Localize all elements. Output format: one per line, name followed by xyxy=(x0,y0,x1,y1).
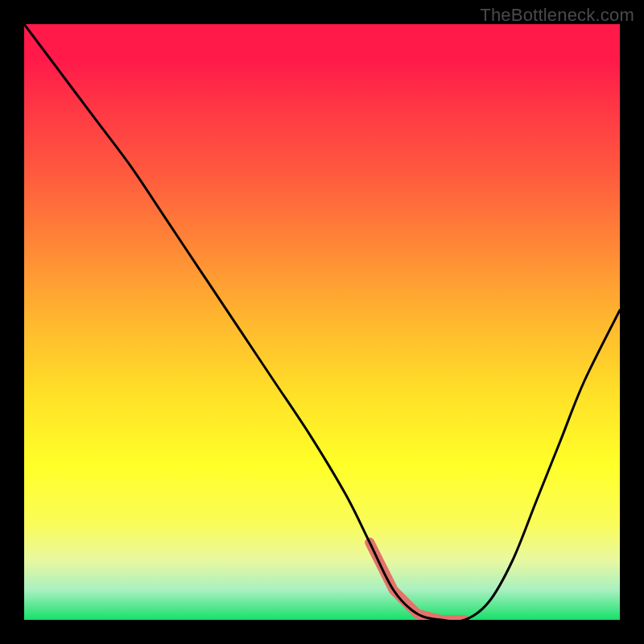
watermark-text: TheBottleneck.com xyxy=(480,5,634,26)
chart-svg xyxy=(24,24,620,620)
bottleneck-curve xyxy=(24,24,620,620)
plot-area xyxy=(24,24,620,620)
highlight-segment xyxy=(369,543,464,620)
chart-frame: TheBottleneck.com xyxy=(0,0,644,644)
